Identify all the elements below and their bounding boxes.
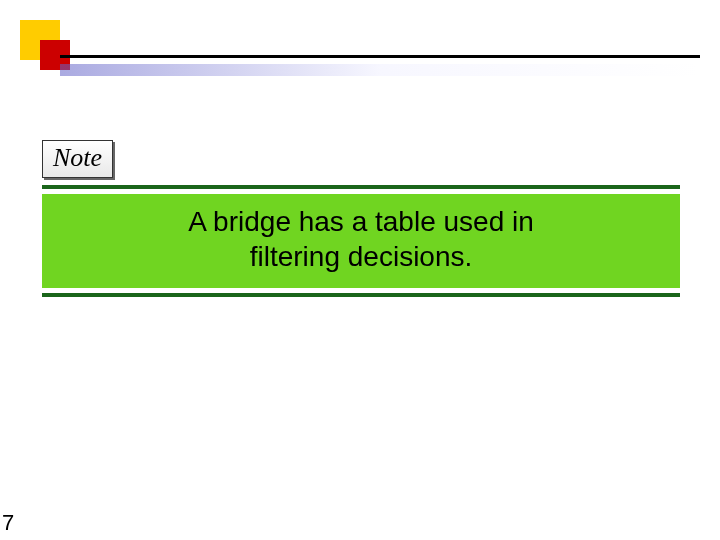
header-rule bbox=[60, 55, 700, 58]
banner-body: A bridge has a table used in filtering d… bbox=[42, 193, 680, 289]
note-banner: A bridge has a table used in filtering d… bbox=[42, 185, 680, 297]
note-chip: Note bbox=[42, 140, 113, 178]
banner-line-1: A bridge has a table used in bbox=[188, 206, 534, 237]
banner-rule-bot bbox=[42, 293, 680, 297]
header-decor bbox=[20, 20, 720, 80]
banner-line-2: filtering decisions. bbox=[250, 241, 473, 272]
header-gradient bbox=[60, 64, 700, 76]
page-number: 7 bbox=[2, 510, 14, 536]
